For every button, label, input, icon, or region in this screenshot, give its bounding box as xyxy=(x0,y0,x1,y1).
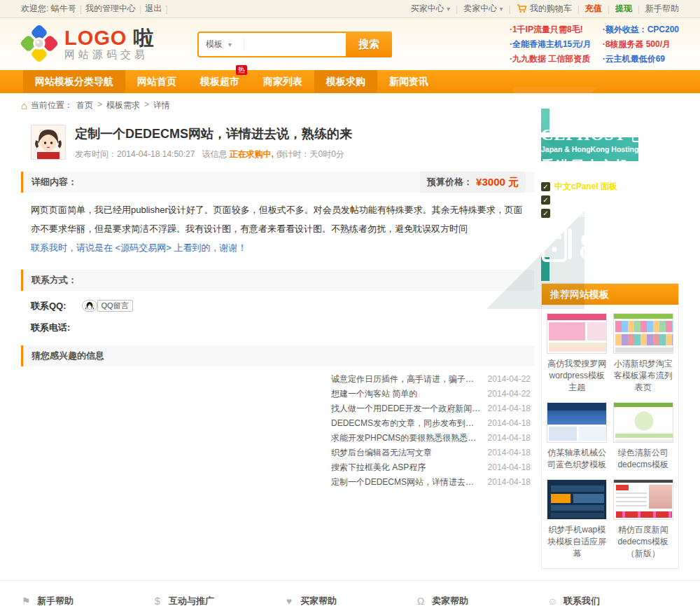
promo-column: ·1千IP流量只需8毛!·全能香港主机15元/月·九九数据 工信部资质 xyxy=(510,22,592,67)
related-link[interactable]: 想建一个淘客站 简单的 xyxy=(331,387,417,401)
nav-item[interactable]: 商家列表 xyxy=(251,70,314,93)
template-caption[interactable]: 小清新织梦淘宝客模板瀑布流列表页 xyxy=(612,358,675,394)
promo-link[interactable]: ·1千IP流量只需8毛! xyxy=(510,22,592,37)
promo-link[interactable]: ·九九数据 工信部资质 xyxy=(510,52,592,67)
template-card[interactable]: 仿某轴承机械公司蓝色织梦模板 xyxy=(546,402,608,471)
ad-brand: CEFHOST xyxy=(541,125,626,144)
related-date: 2014-04-22 xyxy=(488,387,531,401)
ad-price-unit: 元/年 xyxy=(622,245,650,264)
site-header: LOGO 啦 网站源码交易 模板 ▾ 搜索 ·1千IP流量只需8毛!·全能香港主… xyxy=(0,18,700,70)
nav-item[interactable]: 网站模板分类导航 xyxy=(23,70,125,93)
budget-value: ¥3000 元 xyxy=(476,176,519,189)
related-link[interactable]: 求能开发PHPCMS的要很熟悉很熟悉的人才行 xyxy=(331,431,481,446)
related-link[interactable]: 织梦后台编辑器无法写文章 xyxy=(331,446,432,460)
search-category-select[interactable]: 模板 ▾ xyxy=(199,33,244,56)
qq-penguin-icon xyxy=(82,300,97,312)
cart-link[interactable]: 我的购物车 xyxy=(517,3,572,15)
chevron-down-icon: ▾ xyxy=(447,5,450,13)
source-site-link[interactable]: 联系我时，请说是在 <源码交易网> 上看到的，谢谢！ xyxy=(31,238,524,257)
search-input[interactable] xyxy=(244,33,346,56)
chevron-down-icon: ▾ xyxy=(499,5,503,13)
promo-link[interactable]: ·额外收益：CPC200 xyxy=(603,22,679,37)
related-link[interactable]: 搜索下拉框美化 ASP程序 xyxy=(331,460,426,475)
divider: | xyxy=(608,4,610,14)
template-card[interactable]: 小清新织梦淘宝客模板瀑布流列表页 xyxy=(612,313,675,394)
sidebar: CEFHOST Japan & HongKong Hosting 香港日本主机 … xyxy=(541,116,679,569)
hot-badge: 热 xyxy=(236,65,247,75)
template-thumbnail[interactable] xyxy=(547,479,607,520)
template-caption[interactable]: 仿某轴承机械公司蓝色织梦模板 xyxy=(546,447,608,471)
footer: ⚑ 新手帮助 关于我们购物流程售后保障 $ 互动与推广 邀请好友商务合作 ♥ 买… xyxy=(0,580,700,606)
ad-subtitle: Japan & HongKong Hosting xyxy=(541,145,638,153)
footer-column-contact: ☺ 联系我们 客服QQ: 123456客服热线：工作时间（9:00-18:00） xyxy=(547,595,679,606)
template-caption[interactable]: 绿色清新公司 dedecms模板 xyxy=(612,447,675,471)
list-item: 搜索下拉框美化 ASP程序 2014-04-18 xyxy=(331,460,531,475)
home-icon: ⌂ xyxy=(21,101,27,111)
dollar-icon: $ xyxy=(153,595,162,606)
status-badge: 正在求购中, xyxy=(230,149,274,159)
template-caption[interactable]: 精仿百度新闻 dedecms模板（新版） xyxy=(612,524,675,560)
breadcrumb-prefix: 当前位置： xyxy=(31,99,73,111)
qq-message-button[interactable]: QQ留言 xyxy=(82,300,133,312)
promo-link[interactable]: ·云主机最低价69 xyxy=(603,52,679,67)
template-card[interactable]: 绿色清新公司 dedecms模板 xyxy=(612,402,675,471)
site-logo[interactable]: LOGO 啦 网站源码交易 xyxy=(21,25,188,64)
promo-link[interactable]: ·全能香港主机15元/月 xyxy=(510,37,592,52)
logo-text: LOGO 啦 xyxy=(64,27,154,48)
newbie-help-link[interactable]: 新手帮助 xyxy=(645,3,679,15)
template-thumbnail[interactable] xyxy=(613,402,673,443)
template-thumbnail[interactable] xyxy=(613,479,673,520)
manage-center-link[interactable]: 我的管理中心 xyxy=(85,3,136,15)
breadcrumb-link[interactable]: 详情 xyxy=(153,99,170,111)
template-caption[interactable]: 高仿我爱搜罗网 wordpress模板主题 xyxy=(546,358,608,394)
search-button[interactable]: 搜索 xyxy=(346,32,392,57)
nav-item[interactable]: 模板求购 xyxy=(314,70,377,93)
divider: | xyxy=(578,4,580,14)
logout-link[interactable]: 退出 xyxy=(145,3,162,15)
hosting-ad-banner[interactable]: CEFHOST Japan & HongKong Hosting 香港日本主机 … xyxy=(541,109,679,281)
ad-feature: ✓ 中文cPanel 面板 xyxy=(541,180,679,193)
withdraw-link[interactable]: 提现 xyxy=(615,3,632,15)
breadcrumb-link[interactable]: 模板需求 xyxy=(106,99,140,111)
breadcrumb-link[interactable]: 首页 xyxy=(76,99,93,111)
related-date: 2014-04-18 xyxy=(488,401,531,416)
check-icon: ✓ xyxy=(541,209,550,218)
ad-feature: ✓ 完美支持Wordpress等开源程序 xyxy=(541,193,679,207)
contact-section-header: 联系方式： xyxy=(21,270,534,291)
server-tower-icon xyxy=(541,223,573,264)
template-card[interactable]: 高仿我爱搜罗网 wordpress模板主题 xyxy=(546,313,608,394)
smile-icon: ☺ xyxy=(547,595,557,606)
related-link[interactable]: 定制一个DEDECMS网站，详情进去说，熟练的来 xyxy=(331,475,481,490)
nav-item[interactable]: 模板超市 热 xyxy=(188,70,251,93)
nav-item[interactable]: 网站首页 xyxy=(125,70,188,93)
flag-icon: ⚑ xyxy=(21,595,31,606)
bracket: ] xyxy=(165,4,167,14)
cart-icon xyxy=(517,4,527,13)
logo-tagline: 网站源码交易 xyxy=(64,48,154,61)
server-icon xyxy=(632,125,654,144)
check-icon: ✓ xyxy=(541,195,550,205)
related-link[interactable]: 诚意定作日历插件，高手请进，骗子、无能者 xyxy=(331,372,481,387)
template-caption[interactable]: 织梦手机wap模块模板自适应屏幕 xyxy=(546,524,608,560)
related-link[interactable]: 找人做一个用DEDE开发一个政府新闻门户网站 xyxy=(331,401,481,416)
template-thumbnail[interactable] xyxy=(547,313,607,354)
heart-icon: ♥ xyxy=(284,595,294,606)
related-link[interactable]: DEDECMS发布的文章，同步发布到微信公众号和 xyxy=(331,416,481,431)
template-card[interactable]: 精仿百度新闻 dedecms模板（新版） xyxy=(612,479,675,560)
template-thumbnail[interactable] xyxy=(547,402,607,443)
footer-column-buyer: ♥ 买家帮助 购物流程售后保障常见问题 xyxy=(284,595,416,606)
template-card[interactable]: 织梦手机wap模块模板自适应屏幕 xyxy=(546,479,608,560)
related-date: 2014-04-18 xyxy=(488,475,531,490)
related-area: 诚意定作日历插件，高手请进，骗子、无能者 2014-04-22 想建一个淘客站 … xyxy=(21,371,534,495)
promo-link[interactable]: ·8核服务器 500/月 xyxy=(603,37,679,52)
list-item: 织梦后台编辑器无法写文章 2014-04-18 xyxy=(331,446,531,460)
promo-column: ·额外收益：CPC200·8核服务器 500/月·云主机最低价69 xyxy=(603,22,679,67)
ad-price: 89 xyxy=(579,229,617,264)
seller-center-menu[interactable]: 卖家中心 ▾ xyxy=(463,3,503,15)
buyer-center-menu[interactable]: 买家中心 ▾ xyxy=(411,3,450,15)
template-thumbnail[interactable] xyxy=(613,313,673,354)
recharge-link[interactable]: 充值 xyxy=(585,3,602,15)
publish-time: 2014-04-18 14:50:27 xyxy=(117,149,195,159)
nav-item[interactable]: 新闻资讯 xyxy=(377,70,440,93)
footer-column-promo: $ 互动与推广 邀请好友商务合作 xyxy=(153,595,284,606)
